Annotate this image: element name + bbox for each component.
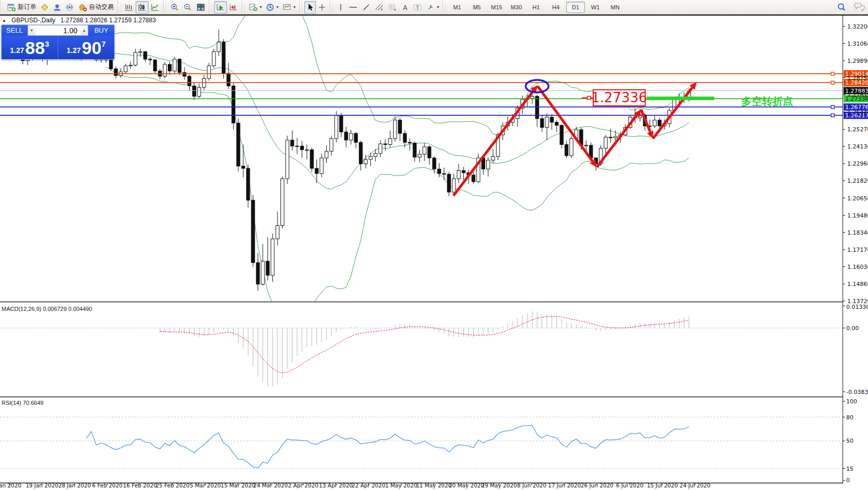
vertical-line-icon xyxy=(337,3,344,11)
buy-button[interactable]: BUY xyxy=(88,25,114,36)
chat-icon[interactable] xyxy=(853,3,865,12)
arrows-button[interactable]: ▾ xyxy=(424,1,441,13)
svg-text:1.25270: 1.25270 xyxy=(847,126,868,133)
auto-trading-icon xyxy=(78,3,87,11)
data-window-button[interactable] xyxy=(51,1,63,13)
tab-timeframe-W1[interactable]: W1 xyxy=(586,2,605,13)
bar-chart-button[interactable] xyxy=(123,1,136,13)
buy-price-main: 90 xyxy=(82,39,102,57)
tab-timeframe-H1[interactable]: H1 xyxy=(527,2,545,13)
horizontal-line-icon xyxy=(349,3,358,11)
volume-increase-button[interactable]: ▲ xyxy=(81,25,88,35)
text-button[interactable]: A xyxy=(399,1,411,13)
toolbar-group-trade: 新订单 自动交易 xyxy=(0,0,117,14)
svg-text:0: 0 xyxy=(846,477,850,484)
chart-window: 1.290141.284201.278831.273361.267761.262… xyxy=(0,15,868,490)
buy-price-pip: 7 xyxy=(101,39,105,48)
chart-shift-button[interactable] xyxy=(227,1,240,13)
text-label-button[interactable]: T xyxy=(411,1,424,13)
price-chart-canvas: 1.290141.284201.278831.273361.267761.262… xyxy=(0,15,868,490)
market-watch-button[interactable] xyxy=(38,1,51,13)
svg-text:1 May 2020: 1 May 2020 xyxy=(385,482,417,488)
buy-price-prefix: 1.27 xyxy=(66,46,81,55)
svg-text:1.16030: 1.16030 xyxy=(847,264,868,270)
tile-windows-button[interactable] xyxy=(194,1,207,13)
auto-scroll-icon xyxy=(216,3,225,11)
tab-timeframe-H4[interactable]: H4 xyxy=(546,2,565,13)
svg-text:E: E xyxy=(381,8,383,11)
channel-button[interactable]: E xyxy=(372,1,386,13)
auto-scroll-button[interactable] xyxy=(214,1,227,13)
search-icon[interactable] xyxy=(837,3,846,12)
signals-button[interactable] xyxy=(63,1,76,13)
svg-text:0.00: 0.00 xyxy=(846,325,859,332)
svg-text:50: 50 xyxy=(846,438,853,444)
date-axis[interactable]: Jan 202019 Jan 202028 Jan 20206 Feb 2020… xyxy=(0,482,711,488)
crosshair-button[interactable] xyxy=(316,1,328,13)
sell-button[interactable]: SELL xyxy=(2,25,28,36)
volume-value[interactable]: 1.00 xyxy=(35,25,81,35)
one-click-top-row: SELL ▼ 1.00 ▲ BUY xyxy=(2,25,114,36)
auto-trading-label: 自动交易 xyxy=(89,3,114,11)
svg-text:1.26440: 1.26440 xyxy=(847,109,868,116)
svg-text:24 Mar 2020: 24 Mar 2020 xyxy=(253,482,288,488)
template-button[interactable]: ▾ xyxy=(281,1,298,13)
periods-caret: ▾ xyxy=(276,5,278,9)
toolbar: 新订单 自动交易 xyxy=(0,0,868,15)
arrows-caret: ▾ xyxy=(437,5,439,9)
new-order-button[interactable]: 新订单 xyxy=(5,1,38,13)
arrows-icon xyxy=(426,3,435,11)
zoom-in-icon xyxy=(170,3,179,11)
svg-text:-0.038343: -0.038343 xyxy=(846,389,868,396)
line-chart-button[interactable] xyxy=(149,1,162,13)
bar-chart-icon xyxy=(125,3,133,11)
tab-timeframe-D1[interactable]: D1 xyxy=(566,2,585,13)
fibonacci-button[interactable]: F xyxy=(386,1,399,13)
svg-text:100: 100 xyxy=(846,398,857,405)
timeframe-buttons: M1M5M15M30H1H4D1W1MN xyxy=(448,2,624,13)
tab-timeframe-MN[interactable]: MN xyxy=(606,2,624,13)
template-caret: ▾ xyxy=(293,5,296,9)
gold-icon xyxy=(41,3,49,11)
collapse-panel-icon[interactable]: ▲ xyxy=(2,18,6,23)
turning-point-note[interactable]: 多空转折点 xyxy=(741,95,793,107)
svg-text:11 May 2020: 11 May 2020 xyxy=(416,482,451,488)
mt4-window: 新订单 自动交易 xyxy=(0,0,868,490)
vertical-line-button[interactable] xyxy=(335,1,346,13)
tab-timeframe-M5[interactable]: M5 xyxy=(468,2,486,13)
sell-price-button[interactable]: 1.27 88 3 xyxy=(2,36,58,59)
periods-button[interactable]: ▾ xyxy=(264,1,281,13)
tab-timeframe-M1[interactable]: M1 xyxy=(448,2,466,13)
svg-text:6 Feb 2020: 6 Feb 2020 xyxy=(92,482,123,488)
svg-text:Jan 2020: Jan 2020 xyxy=(0,482,21,488)
zoom-out-button[interactable] xyxy=(181,1,194,13)
buy-price-button[interactable]: 1.27 90 7 xyxy=(58,36,114,59)
add-indicator-button[interactable]: ▾ xyxy=(247,1,264,13)
volume-decrease-button[interactable]: ▼ xyxy=(28,25,35,35)
svg-text:15: 15 xyxy=(846,466,853,472)
trendline-button[interactable] xyxy=(360,1,372,13)
candlestick-icon xyxy=(138,3,146,11)
auto-trading-button[interactable]: 自动交易 xyxy=(76,1,116,13)
one-click-trading-panel: SELL ▼ 1.00 ▲ BUY 1.27 88 3 1.27 90 7 xyxy=(1,24,115,60)
support-highlight-bar[interactable] xyxy=(647,97,714,100)
svg-text:20 May 2020: 20 May 2020 xyxy=(449,482,484,488)
toolbar-group-indicators: ▾ ▾ ▾ xyxy=(242,0,299,14)
zoom-in-button[interactable] xyxy=(168,1,181,13)
svg-text:1.27610: 1.27610 xyxy=(847,91,868,98)
tab-timeframe-M30[interactable]: M30 xyxy=(507,2,526,13)
horizontal-line-button[interactable] xyxy=(346,1,360,13)
candlestick-chart-button[interactable] xyxy=(136,1,149,13)
tab-timeframe-M15[interactable]: M15 xyxy=(487,2,506,13)
svg-text:22 Apr 2020: 22 Apr 2020 xyxy=(352,482,385,488)
svg-text:19 Jan 2020: 19 Jan 2020 xyxy=(25,482,58,488)
svg-text:1.29890: 1.29890 xyxy=(847,58,868,64)
toolbar-group-scroll xyxy=(209,0,242,14)
toolbar-right xyxy=(837,0,865,14)
svg-text:8 Jun 2020: 8 Jun 2020 xyxy=(517,482,546,488)
svg-text:1.14860: 1.14860 xyxy=(847,281,868,288)
svg-text:5 Mar 2020: 5 Mar 2020 xyxy=(190,482,221,488)
toolbar-group-objects: E F A T ▾ xyxy=(330,0,443,14)
rsi-label: RSI(14) 70.6649 xyxy=(2,400,44,406)
cursor-button[interactable] xyxy=(304,1,316,13)
